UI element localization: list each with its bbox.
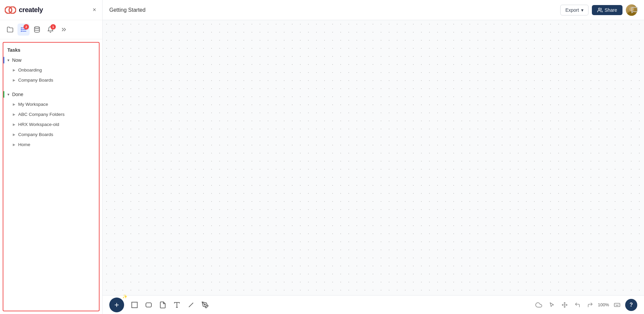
tasks-panel: Tasks ▼ Now ▶ Onboarding ▶ Company Board… — [3, 42, 100, 311]
done-accent-bar — [3, 91, 4, 98]
redo-button[interactable] — [585, 300, 595, 310]
task-item-my-workspace[interactable]: ▶ My Workspace — [7, 99, 98, 109]
task-item-company-boards-done-label: Company Boards — [18, 132, 53, 137]
svg-line-13 — [189, 303, 193, 307]
rectangle-tool-button[interactable] — [128, 299, 141, 311]
task-item-my-workspace-label: My Workspace — [18, 102, 48, 107]
svg-point-1 — [9, 7, 16, 13]
add-button[interactable]: + ✨ — [109, 298, 124, 312]
section-now-items: ▶ Onboarding ▶ Company Boards — [3, 65, 99, 85]
comment-button[interactable] — [625, 0, 644, 20]
task-item-company-boards-now[interactable]: ▶ Company Boards — [7, 75, 98, 85]
task-item-abc-company-folders[interactable]: ▶ ABC Company Folders — [7, 109, 98, 119]
pen-tool-icon — [201, 301, 209, 309]
hrx-workspace-chevron-icon: ▶ — [13, 123, 15, 126]
section-done-header[interactable]: ▼ Done — [3, 90, 99, 99]
keyboard-icon — [614, 302, 620, 308]
redo-icon — [587, 302, 593, 308]
rounded-rect-tool-button[interactable] — [142, 299, 155, 311]
company-boards-done-chevron-icon: ▶ — [13, 133, 15, 136]
rectangle-tool-icon — [131, 301, 138, 309]
zoom-level: 100% — [598, 302, 609, 307]
share-label: Share — [605, 7, 617, 13]
nav-bell-button[interactable]: 1 — [44, 24, 56, 36]
section-now-label: Now — [12, 57, 22, 63]
done-chevron-icon: ▼ — [7, 93, 10, 96]
bottom-toolbar: + ✨ — [103, 295, 644, 314]
canvas-area[interactable] — [103, 20, 644, 295]
text-tool-button[interactable] — [171, 299, 183, 311]
now-chevron-icon: ▼ — [7, 58, 10, 62]
section-done-label: Done — [12, 92, 23, 97]
company-boards-now-chevron-icon: ▶ — [13, 78, 15, 82]
task-item-company-boards-done[interactable]: ▶ Company Boards — [7, 130, 98, 139]
section-now: ▼ Now ▶ Onboarding ▶ Company Boards — [3, 55, 99, 85]
bell-badge: 1 — [50, 24, 56, 30]
move-icon — [562, 302, 568, 308]
section-now-header[interactable]: ▼ Now — [3, 55, 99, 65]
sidebar-header: creately × — [0, 0, 102, 20]
section-done-items: ▶ My Workspace ▶ ABC Company Folders ▶ H… — [3, 99, 99, 149]
comment-icon — [631, 6, 638, 14]
home-chevron-icon: ▶ — [13, 143, 15, 146]
sidebar-close-button[interactable]: × — [91, 5, 98, 15]
export-dropdown-icon: ▾ — [581, 7, 583, 13]
now-accent-bar — [3, 57, 4, 63]
task-item-hrx-workspace-label: HRX Workspace-old — [18, 122, 59, 127]
svg-rect-9 — [132, 302, 138, 308]
export-button[interactable]: Export ▾ — [560, 5, 588, 15]
main-area: Getting Started Export ▾ Share — [103, 0, 644, 314]
keyboard-button[interactable] — [612, 300, 622, 310]
svg-rect-10 — [146, 303, 152, 307]
nav-more-button[interactable] — [58, 24, 70, 36]
share-icon — [597, 7, 603, 13]
pen-tool-button[interactable] — [199, 299, 212, 311]
add-icon: + — [114, 301, 119, 309]
logo-icon — [5, 6, 16, 14]
cloud-icon — [535, 302, 542, 308]
nav-tasks-button[interactable]: 2 — [17, 24, 30, 36]
svg-point-6 — [598, 8, 600, 10]
task-item-company-boards-now-label: Company Boards — [18, 78, 53, 83]
logo-text: creately — [19, 6, 43, 14]
svg-point-14 — [204, 304, 205, 305]
task-item-onboarding-label: Onboarding — [18, 68, 42, 73]
svg-point-5 — [35, 27, 40, 29]
task-item-hrx-workspace[interactable]: ▶ HRX Workspace-old — [7, 120, 98, 129]
line-tool-button[interactable] — [185, 299, 197, 311]
bottom-right-tools: 100% ? — [533, 299, 637, 311]
tasks-title: Tasks — [3, 45, 99, 55]
line-tool-icon — [187, 301, 195, 309]
sidebar: creately × 2 — [0, 0, 103, 314]
export-label: Export — [565, 7, 579, 13]
section-done: ▼ Done ▶ My Workspace ▶ ABC Company Fold… — [3, 90, 99, 149]
cloud-button[interactable] — [533, 300, 544, 310]
note-tool-icon — [159, 301, 166, 309]
my-workspace-chevron-icon: ▶ — [13, 102, 15, 106]
rounded-rect-tool-icon — [145, 301, 152, 309]
text-tool-icon — [173, 301, 181, 309]
move-button[interactable] — [560, 300, 570, 310]
cursor-icon — [549, 302, 555, 308]
undo-button[interactable] — [572, 300, 582, 310]
share-button[interactable]: Share — [592, 5, 622, 15]
cursor-button[interactable] — [547, 300, 557, 310]
logo-area: creately — [5, 6, 43, 14]
task-item-home-label: Home — [18, 142, 30, 147]
task-item-abc-company-folders-label: ABC Company Folders — [18, 112, 65, 117]
help-button[interactable]: ? — [625, 299, 637, 311]
undo-icon — [574, 302, 580, 308]
topbar: Getting Started Export ▾ Share — [103, 0, 644, 20]
svg-rect-17 — [614, 303, 620, 307]
note-tool-button[interactable] — [156, 299, 169, 311]
tasks-badge: 2 — [24, 24, 29, 30]
task-item-home[interactable]: ▶ Home — [7, 140, 98, 149]
nav-icons-row: 2 1 — [0, 20, 102, 39]
task-item-onboarding[interactable]: ▶ Onboarding — [7, 65, 98, 75]
onboarding-chevron-icon: ▶ — [13, 68, 15, 72]
nav-database-button[interactable] — [31, 24, 43, 36]
nav-folder-button[interactable] — [4, 24, 16, 36]
document-title: Getting Started — [109, 7, 555, 13]
abc-company-chevron-icon: ▶ — [13, 113, 15, 116]
